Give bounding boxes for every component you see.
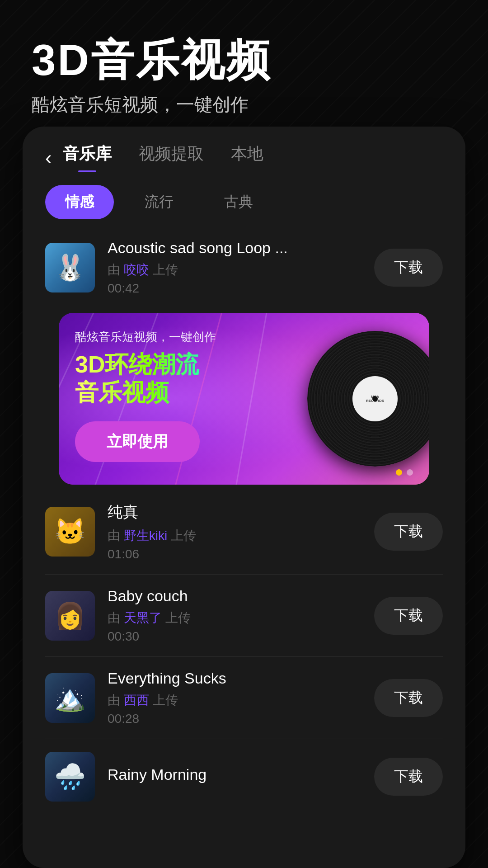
download-button-1[interactable]: 下载 <box>374 513 443 551</box>
song-duration-2: 00:30 <box>108 629 361 644</box>
song-thumb-4: 🌧️ <box>45 752 95 802</box>
download-button-2[interactable]: 下载 <box>374 597 443 635</box>
category-pop[interactable]: 流行 <box>125 185 193 219</box>
dot-2 <box>407 469 413 476</box>
banner-title: 3D环绕潮流 音乐视频 <box>75 350 303 407</box>
promo-banner: 酷炫音乐短视频，一键创作 3D环绕潮流 音乐视频 立即使用 MCARECORDS <box>59 313 429 485</box>
vinyl-label: MCARECORDS <box>352 376 398 421</box>
song-uploader-2: 由 天黑了 上传 <box>108 609 361 627</box>
song-info-0: Acoustic sad song Loop ... 由 咬咬 上传 00:42 <box>108 239 361 296</box>
category-classical[interactable]: 古典 <box>204 185 273 219</box>
song-duration-1: 01:06 <box>108 547 361 561</box>
song-title-4: Rainy Morning <box>108 766 361 783</box>
song-duration-0: 00:42 <box>108 281 361 296</box>
download-button-4[interactable]: 下载 <box>374 758 443 796</box>
song-item-4: 🌧️ Rainy Morning 下载 <box>23 739 465 806</box>
banner-cta-button[interactable]: 立即使用 <box>75 421 200 462</box>
top-nav: ‹ 音乐库 视频提取 本地 <box>23 127 465 172</box>
tab-local[interactable]: 本地 <box>231 143 263 172</box>
song-item-1: 🐱 纯真 由 野生kiki 上传 01:06 下载 <box>23 489 465 574</box>
dot-1 <box>396 469 402 476</box>
category-emotion[interactable]: 情感 <box>45 185 114 219</box>
hero-title: 3D音乐视频 <box>32 36 456 84</box>
song-title-0: Acoustic sad song Loop ... <box>108 239 361 257</box>
song-item-3: 🏔️ Everything Sucks 由 西西 上传 00:28 下载 <box>23 657 465 739</box>
song-title-3: Everything Sucks <box>108 670 361 687</box>
song-title-1: 纯真 <box>108 502 361 523</box>
song-thumb-2: 👩 <box>45 591 95 641</box>
song-uploader-0: 由 咬咬 上传 <box>108 261 361 278</box>
vinyl-hole <box>372 396 378 401</box>
song-info-2: Baby couch 由 天黑了 上传 00:30 <box>108 587 361 644</box>
vinyl-record: MCARECORDS <box>307 331 429 467</box>
back-button[interactable]: ‹ <box>45 148 52 168</box>
download-button-3[interactable]: 下载 <box>374 679 443 717</box>
song-thumb-1: 🐱 <box>45 507 95 557</box>
song-duration-3: 00:28 <box>108 712 361 726</box>
nav-tabs: 音乐库 视频提取 本地 <box>63 143 443 172</box>
song-thumb-3: 🏔️ <box>45 673 95 723</box>
song-title-2: Baby couch <box>108 587 361 605</box>
song-item-2: 👩 Baby couch 由 天黑了 上传 00:30 下载 <box>23 575 465 656</box>
hero-section: 3D音乐视频 酷炫音乐短视频，一键创作 <box>0 0 488 135</box>
category-row: 情感 流行 古典 <box>23 172 465 226</box>
song-info-4: Rainy Morning <box>108 766 361 788</box>
vinyl-disc: MCARECORDS <box>307 331 429 467</box>
song-info-3: Everything Sucks 由 西西 上传 00:28 <box>108 670 361 726</box>
song-uploader-1: 由 野生kiki 上传 <box>108 527 361 544</box>
phone-mockup: ‹ 音乐库 视频提取 本地 情感 流行 古典 <box>23 127 465 868</box>
banner-dots <box>396 469 413 476</box>
download-button-0[interactable]: 下载 <box>374 249 443 287</box>
hero-subtitle: 酷炫音乐短视频，一键创作 <box>32 92 456 117</box>
tab-music-library[interactable]: 音乐库 <box>63 143 112 172</box>
banner-subtitle: 酷炫音乐短视频，一键创作 <box>75 329 303 345</box>
banner-text: 酷炫音乐短视频，一键创作 3D环绕潮流 音乐视频 <box>75 329 303 407</box>
song-info-1: 纯真 由 野生kiki 上传 01:06 <box>108 502 361 561</box>
scrollable-content: ‹ 音乐库 视频提取 本地 情感 流行 古典 <box>23 127 465 868</box>
app-layout: 3D音乐视频 酷炫音乐短视频，一键创作 ‹ 音乐库 视频提取 本地 <box>0 0 488 868</box>
tab-video-extract[interactable]: 视频提取 <box>139 143 204 172</box>
song-item-0: 🐰 Acoustic sad song Loop ... 由 咬咬 上传 00:… <box>23 226 465 308</box>
song-thumb-0: 🐰 <box>45 243 95 292</box>
song-uploader-3: 由 西西 上传 <box>108 692 361 709</box>
